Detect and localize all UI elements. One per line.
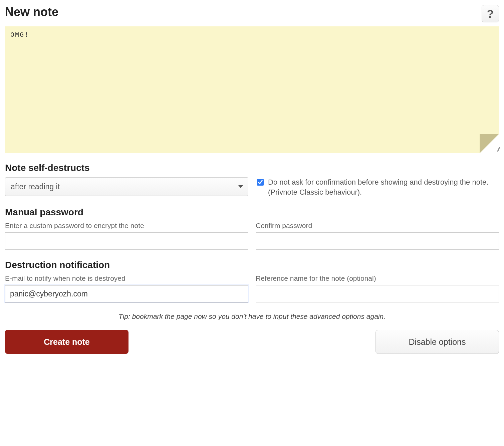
note-editor-container: OMG! /// [5, 26, 499, 153]
password-label: Enter a custom password to encrypt the n… [5, 222, 248, 230]
destruction-notification-heading: Destruction notification [5, 260, 499, 270]
page-title: New note [5, 5, 58, 19]
manual-password-heading: Manual password [5, 207, 499, 218]
tip-text: Tip: bookmark the page now so you don't … [5, 312, 499, 320]
self-destruct-heading: Note self-destructs [5, 163, 499, 173]
confirm-password-input[interactable] [256, 232, 499, 250]
reference-name-input[interactable] [256, 285, 499, 302]
disable-options-button[interactable]: Disable options [375, 330, 499, 354]
note-textarea[interactable]: OMG! [5, 26, 499, 153]
create-note-button[interactable]: Create note [5, 330, 129, 354]
self-destruct-select[interactable]: after reading it [5, 177, 248, 196]
page-fold-icon [480, 134, 499, 153]
reference-name-label: Reference name for the note (optional) [256, 274, 499, 282]
help-button[interactable]: ? [482, 5, 499, 22]
question-icon: ? [487, 8, 494, 19]
no-confirm-label-row[interactable]: Do not ask for confirmation before showi… [256, 177, 499, 197]
no-confirm-label: Do not ask for confirmation before showi… [268, 177, 499, 197]
email-label: E-mail to notify when note is destroyed [5, 274, 248, 282]
confirm-password-label: Confirm password [256, 222, 499, 230]
notify-email-input[interactable] [5, 285, 248, 302]
password-input[interactable] [5, 232, 248, 250]
no-confirm-checkbox[interactable] [257, 179, 264, 186]
